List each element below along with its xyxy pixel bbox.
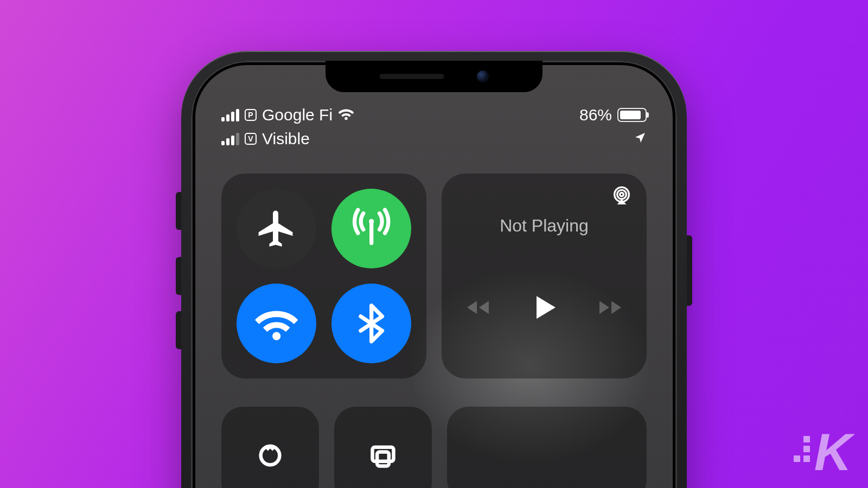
watermark-letter: K [814, 426, 850, 478]
status-bar: P Google Fi 86% [195, 103, 673, 151]
media-previous-button[interactable] [465, 294, 491, 323]
control-center: Not Playing [221, 174, 647, 378]
now-playing-tile[interactable]: Not Playing [442, 174, 647, 378]
screen-mirroring-button[interactable] [334, 407, 432, 488]
svg-point-5 [620, 192, 624, 196]
sim1-tag: P [245, 109, 257, 121]
iphone-device-frame: P Google Fi 86% [181, 51, 687, 488]
connectivity-tile[interactable] [221, 174, 426, 378]
control-center-row-2 [221, 407, 647, 488]
screen: P Google Fi 86% [195, 65, 673, 488]
airplay-icon[interactable] [611, 185, 633, 209]
airplane-mode-toggle[interactable] [237, 189, 316, 268]
device-notch [326, 61, 542, 92]
publisher-watermark: K [794, 426, 850, 478]
svg-rect-8 [377, 452, 389, 466]
battery-percent-text: 86% [579, 106, 612, 124]
orientation-lock-toggle[interactable] [221, 407, 319, 488]
svg-point-2 [272, 332, 280, 340]
signal-bars-sim1-icon [221, 109, 239, 121]
wifi-status-icon [338, 106, 354, 124]
svg-point-4 [617, 190, 627, 199]
svg-point-0 [344, 117, 348, 120]
carrier2-name: Visible [262, 130, 310, 148]
media-next-button[interactable] [597, 294, 623, 323]
location-services-icon [634, 130, 647, 148]
sim2-tag: V [245, 133, 257, 145]
battery-icon [617, 108, 647, 122]
bluetooth-toggle[interactable] [331, 284, 411, 363]
signal-bars-sim2-icon [221, 133, 239, 145]
svg-point-1 [369, 219, 374, 224]
focus-tile[interactable] [447, 407, 647, 488]
carrier1-name: Google Fi [262, 106, 333, 124]
cellular-data-toggle[interactable] [331, 189, 411, 268]
media-play-button[interactable] [529, 292, 559, 325]
media-status-text: Not Playing [442, 216, 647, 236]
wifi-toggle[interactable] [237, 284, 316, 363]
svg-point-6 [261, 446, 280, 465]
